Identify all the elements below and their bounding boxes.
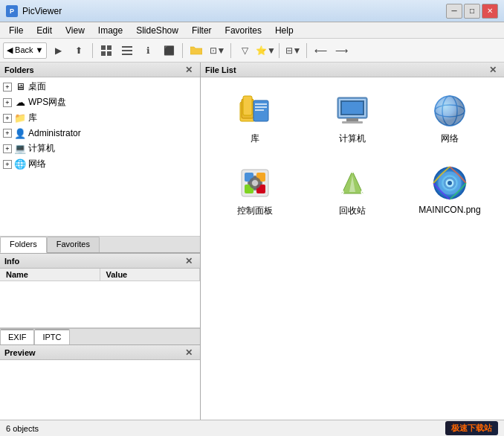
tab-folders[interactable]: Folders	[0, 237, 47, 253]
status-bar: 6 objects 极速下载站	[0, 420, 504, 436]
tree-item-library[interactable]: + 📁 库	[0, 110, 200, 126]
tab-favorites[interactable]: Favorites	[47, 237, 100, 252]
info-table-header: Name Value	[0, 269, 200, 281]
close-button[interactable]: ✕	[482, 4, 498, 19]
toolbar: ◀ Back ▼ ▶ ⬆ ℹ ⬛ ⊡▼ ▽ ⭐▼ ⊟▼ ⟵ ⟶	[0, 39, 504, 62]
expander-computer[interactable]: +	[3, 144, 12, 153]
favorites-button[interactable]: ⭐▼	[256, 42, 275, 60]
preview-content	[0, 360, 200, 420]
folder-button[interactable]	[187, 42, 206, 60]
next-button[interactable]: ⟶	[332, 42, 351, 60]
menu-slideshow[interactable]: SlideShow	[130, 24, 184, 37]
expander-wps[interactable]: +	[3, 98, 12, 107]
expander-desktop[interactable]: +	[3, 83, 12, 92]
computer-file-label: 计算机	[339, 132, 366, 145]
file-item-network[interactable]: 网络	[407, 89, 493, 150]
menu-filter[interactable]: Filter	[186, 24, 218, 37]
prev-button[interactable]: ⟵	[311, 42, 330, 60]
svg-rect-32	[253, 187, 256, 190]
network-tree-icon: 🌐	[14, 158, 26, 170]
tree-item-desktop[interactable]: + 🖥 桌面	[0, 79, 200, 94]
maximize-button[interactable]: □	[464, 4, 480, 19]
back-button[interactable]: ◀ Back ▼	[3, 42, 47, 59]
library-file-icon	[237, 93, 273, 129]
preview-panel-header: Preview ✕	[0, 345, 200, 360]
tree-item-wps[interactable]: + ☁ WPS网盘	[0, 94, 200, 110]
file-list-close-button[interactable]: ✕	[486, 63, 500, 77]
grid-button[interactable]: ⊟▼	[283, 42, 303, 60]
expander-library[interactable]: +	[3, 114, 12, 123]
computer-label: 计算机	[28, 142, 55, 155]
main-layout: Folders ✕ + 🖥 桌面 + ☁ WPS网盘 + 📁 库	[0, 62, 504, 420]
right-panel: File List ✕ 库	[201, 62, 504, 420]
desktop-icon: 🖥	[14, 81, 26, 93]
svg-rect-11	[255, 103, 267, 105]
app-icon: P	[6, 5, 18, 17]
svg-rect-13	[255, 109, 264, 111]
menu-file[interactable]: File	[3, 24, 29, 37]
tree-item-administrator[interactable]: + 👤 Administrator	[0, 126, 200, 141]
info-button[interactable]: ℹ	[138, 42, 158, 60]
thumbnail-view-button[interactable]	[97, 42, 116, 60]
tab-iptc[interactable]: IPTC	[34, 329, 69, 344]
file-item-control[interactable]: 控制面板	[212, 161, 298, 222]
app-title: PicViewer	[22, 6, 62, 16]
folders-panel-header: Folders ✕	[0, 62, 200, 77]
menu-favorites[interactable]: Favorites	[219, 24, 268, 37]
title-bar: P PicViewer ─ □ ✕	[0, 0, 504, 22]
svg-rect-4	[122, 46, 132, 48]
info-col-value: Value	[100, 269, 201, 280]
separator-1	[92, 43, 93, 58]
preview-title: Preview	[4, 348, 36, 357]
svg-rect-0	[101, 45, 106, 50]
svg-rect-2	[101, 51, 106, 56]
wps-label: WPS网盘	[28, 96, 66, 109]
menu-image[interactable]: Image	[92, 24, 129, 37]
menu-view[interactable]: View	[59, 24, 91, 37]
menu-edit[interactable]: Edit	[30, 24, 58, 37]
file-item-library[interactable]: 库	[212, 89, 298, 150]
tree-item-computer[interactable]: + 💻 计算机	[0, 141, 200, 156]
tab-exif[interactable]: EXIF	[0, 329, 34, 344]
left-panel: Folders ✕ + 🖥 桌面 + ☁ WPS网盘 + 📁 库	[0, 62, 201, 420]
folders-tree[interactable]: + 🖥 桌面 + ☁ WPS网盘 + 📁 库 + 👤 Administrator	[0, 77, 200, 237]
forward-button[interactable]: ▶	[48, 42, 68, 60]
computer-file-icon	[335, 93, 370, 129]
preview-panel: Preview ✕	[0, 344, 200, 420]
expander-network[interactable]: +	[3, 160, 12, 169]
svg-rect-3	[107, 51, 112, 56]
svg-rect-5	[122, 50, 132, 51]
mainicon-file-label: MAINICON.png	[419, 205, 480, 215]
list-view-button[interactable]	[117, 42, 137, 60]
svg-rect-19	[342, 102, 363, 114]
folders-close-button[interactable]: ✕	[182, 63, 196, 77]
file-item-mainicon[interactable]: MAINICON.png	[407, 161, 493, 222]
title-bar-left: P PicViewer	[6, 5, 62, 17]
wps-icon: ☁	[14, 97, 26, 109]
fullscreen-button[interactable]: ⬛	[159, 42, 178, 60]
admin-icon: 👤	[14, 127, 26, 139]
tree-item-network[interactable]: + 🌐 网络	[0, 156, 200, 172]
svg-rect-6	[122, 54, 132, 55]
network-file-label: 网络	[441, 132, 459, 145]
info-close-button[interactable]: ✕	[182, 254, 196, 268]
view-options-button[interactable]: ⊡▼	[207, 42, 227, 60]
network-file-icon	[432, 93, 468, 129]
control-file-label: 控制面板	[237, 205, 273, 217]
svg-point-23	[435, 96, 465, 126]
expander-admin[interactable]: +	[3, 129, 12, 138]
file-item-trash[interactable]: 回收站	[309, 161, 395, 222]
filter-button[interactable]: ▽	[235, 42, 254, 60]
menu-help[interactable]: Help	[269, 24, 300, 37]
trash-file-label: 回收站	[339, 205, 366, 217]
file-item-computer[interactable]: 计算机	[309, 89, 395, 150]
mainicon-file-icon	[432, 165, 468, 201]
svg-rect-17	[342, 121, 363, 124]
info-panel: Info ✕ Name Value EXIF IPTC	[0, 253, 200, 344]
minimize-button[interactable]: ─	[446, 4, 462, 19]
up-button[interactable]: ⬆	[69, 42, 88, 60]
computer-tree-icon: 💻	[14, 143, 26, 155]
info-table: Name Value	[0, 269, 200, 328]
file-list-header: File List ✕	[201, 62, 504, 77]
preview-close-button[interactable]: ✕	[182, 346, 196, 359]
